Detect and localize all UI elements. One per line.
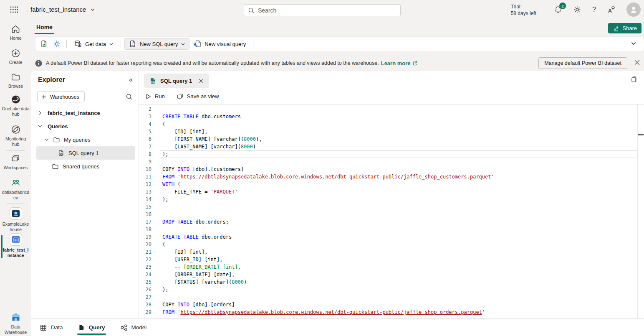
line-number: 29: [139, 308, 152, 316]
workspace-switcher[interactable]: fabric_test_instance: [30, 6, 95, 13]
line-number: 12: [139, 181, 152, 188]
code-line[interactable]: 29FROM 'https://dbtlabsynapsedatalake.bl…: [139, 308, 644, 316]
editor-scrollbar-track[interactable]: [637, 104, 638, 318]
code-line[interactable]: 20(: [139, 241, 644, 248]
save-as-view-icon: [177, 93, 184, 100]
sidebar-item-label: Workspaces: [2, 165, 30, 171]
sidebar-item-workspace-dbtlabsfabricdev[interactable]: dbtlabsfabricdev: [0, 178, 31, 201]
code-line[interactable]: 25 [STATUS] [varchar](8000): [139, 278, 644, 286]
external-link-icon: [412, 61, 418, 66]
code-line[interactable]: 6 [FIRST_NAME] [varchar](8000),: [139, 135, 644, 143]
sidebar-item-examplelakehouse[interactable]: ExampleLakehouse: [0, 207, 31, 232]
tab-data-label: Data: [51, 324, 63, 331]
save-as-view-button[interactable]: Save as view: [177, 93, 219, 100]
code-line[interactable]: 12WITH (: [139, 181, 644, 188]
code-line[interactable]: 21 [ID] [int],: [139, 248, 644, 256]
tree-item-queries[interactable]: Queries: [31, 120, 139, 133]
tree-item-sql-query-1[interactable]: SQL SQL query 1: [36, 146, 135, 160]
run-button[interactable]: Run: [145, 93, 165, 100]
code-text: (: [162, 241, 165, 248]
copy-button[interactable]: [630, 76, 637, 83]
new-sql-query-button[interactable]: SQL New SQL query: [124, 38, 189, 50]
code-line[interactable]: 24 [ORDER_DATE] [date],: [139, 271, 644, 278]
sidebar-item-home[interactable]: Home: [0, 24, 31, 41]
code-line[interactable]: 26);: [139, 286, 644, 293]
tab-model[interactable]: Model: [120, 319, 147, 336]
code-line[interactable]: 28COPY INTO [dbo].[orders]: [139, 301, 644, 308]
tree-item-my-queries[interactable]: My queries: [31, 133, 139, 146]
global-search[interactable]: [244, 4, 401, 16]
collapse-explorer-button[interactable]: «: [129, 76, 133, 84]
chevron-down-icon: [181, 42, 185, 46]
monitoring-hub-icon: [11, 125, 21, 135]
code-line[interactable]: 13 FILE_TYPE = 'PARQUET': [139, 188, 644, 196]
trial-days-left: 58 days left: [511, 10, 536, 17]
refresh-dataset-button[interactable]: [38, 38, 51, 50]
banner-close-button[interactable]: [634, 59, 640, 66]
code-line[interactable]: 10COPY INTO [dbo].[customers]: [139, 165, 644, 173]
code-line[interactable]: 22 [USER_ID] [int],: [139, 256, 644, 263]
code-line[interactable]: 7 [LAST_NAME] [varchar](8000): [139, 143, 644, 150]
tree-item-warehouse-root[interactable]: fabric_test_instance: [31, 106, 139, 120]
tree-item-label: Queries: [48, 123, 68, 130]
sidebar-item-browse[interactable]: Browse: [0, 72, 31, 89]
feedback-button[interactable]: [607, 5, 616, 14]
tree-item-shared-queries[interactable]: Shared queries: [31, 160, 139, 173]
sql-code-editor[interactable]: 23CREATE TABLE dbo.customers4(5 [ID] [in…: [139, 104, 644, 318]
plus-circle-icon: [11, 48, 20, 58]
tab-data[interactable]: Data: [40, 319, 63, 336]
close-icon: [198, 78, 204, 84]
help-button[interactable]: ?: [592, 6, 596, 13]
code-line[interactable]: 23 -- [ORDER_DATE] [int],: [139, 263, 644, 271]
get-data-button[interactable]: Get data: [70, 38, 117, 50]
close-tab-button[interactable]: [198, 78, 204, 84]
new-warehouse-button[interactable]: Warehouses: [37, 91, 85, 102]
code-line[interactable]: 16: [139, 211, 644, 218]
account-avatar[interactable]: [626, 3, 641, 17]
sidebar-item-data-warehouse[interactable]: Data Warehouse: [0, 312, 31, 335]
code-line[interactable]: 5 [ID] [int],: [139, 128, 644, 135]
notifications-button[interactable]: 2: [554, 5, 562, 14]
code-line[interactable]: 27: [139, 293, 644, 301]
sidebar-item-workspaces[interactable]: Workspaces: [0, 154, 31, 171]
new-visual-query-label: New visual query: [205, 41, 246, 47]
sidebar-item-fabric-test-instance[interactable]: fabric_test_instance: [0, 233, 31, 258]
model-diagram-icon: [120, 324, 128, 331]
toolbar-divider: [66, 40, 67, 48]
manage-default-dataset-button[interactable]: Manage default Power BI dataset: [538, 57, 627, 69]
code-line[interactable]: 8);: [139, 150, 644, 158]
sidebar-item-onelake-data-hub[interactable]: OneLake data hub: [0, 94, 31, 117]
code-line[interactable]: 19CREATE TABLE dbo.orders: [139, 233, 644, 241]
collapse-ribbon-button[interactable]: [631, 41, 636, 46]
home-toolbar: Get data SQL New SQL query New visual qu…: [35, 37, 644, 51]
sidebar-item-monitoring-hub[interactable]: Monitoring hub: [0, 125, 31, 147]
code-line[interactable]: 17DROP TABLE dbo.orders;: [139, 218, 644, 226]
tab-query[interactable]: Query: [78, 319, 105, 336]
code-line[interactable]: 4(: [139, 120, 644, 128]
code-line[interactable]: 2: [139, 105, 644, 113]
code-text: [ID] [int],: [162, 128, 207, 135]
settings-button[interactable]: [573, 5, 581, 14]
query-tab-sql-query-1[interactable]: SQL SQL query 1: [144, 74, 209, 88]
learn-more-link[interactable]: Learn more: [381, 60, 418, 66]
code-line[interactable]: 3CREATE TABLE dbo.customers: [139, 113, 644, 120]
tab-home[interactable]: Home: [35, 22, 54, 34]
line-number: 3: [139, 113, 152, 120]
code-line[interactable]: 15: [139, 203, 644, 211]
play-icon: [145, 93, 152, 100]
code-line[interactable]: 14);: [139, 196, 644, 203]
trial-label: Trial:: [511, 3, 536, 10]
code-text: [STATUS] [varchar](8000): [162, 278, 247, 286]
new-visual-query-button[interactable]: New visual query: [189, 38, 250, 50]
code-line[interactable]: 18: [139, 226, 644, 233]
code-line[interactable]: 11FROM 'https://dbtlabsynapsedatalake.bl…: [139, 173, 644, 181]
share-button[interactable]: Share: [608, 23, 641, 33]
tab-query-label: Query: [89, 324, 105, 331]
search-input[interactable]: [258, 7, 397, 14]
sidebar-item-create[interactable]: Create: [0, 48, 31, 65]
app-launcher-waffle-icon[interactable]: [10, 6, 18, 13]
code-line[interactable]: 9: [139, 158, 644, 165]
editor-tabstrip: SQL SQL query 1: [139, 71, 644, 89]
settings-toolbar-button[interactable]: [51, 38, 63, 50]
explorer-search-icon[interactable]: [126, 93, 133, 100]
